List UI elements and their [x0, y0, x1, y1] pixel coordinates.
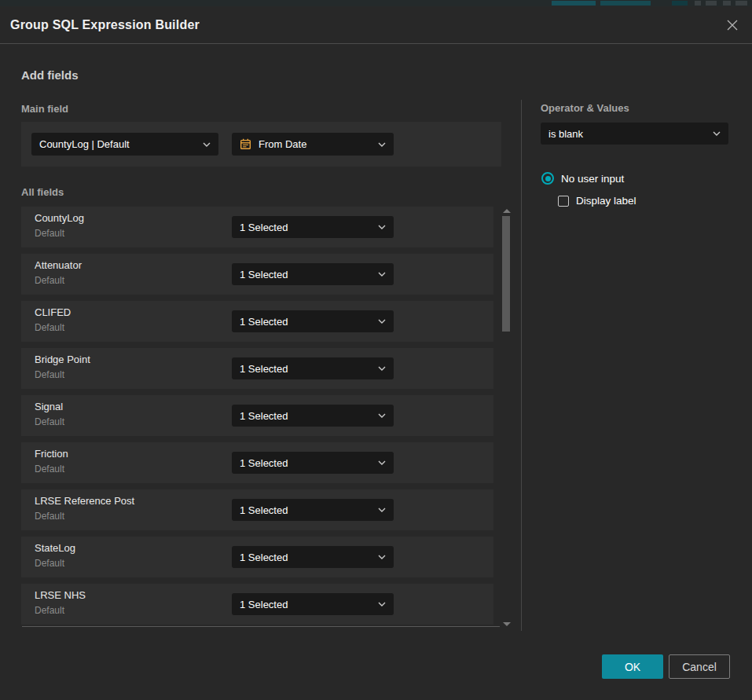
field-name: Attenuator: [35, 259, 82, 271]
no-user-input-radio[interactable]: No user input: [541, 172, 624, 185]
field-selected-dropdown[interactable]: 1 Selected: [232, 546, 394, 568]
no-user-input-label: No user input: [561, 173, 624, 185]
field-selected-value: 1 Selected: [240, 316, 372, 328]
checkbox-unchecked-icon: [558, 196, 569, 207]
field-sublabel: Default: [35, 369, 64, 380]
field-selected-value: 1 Selected: [240, 363, 372, 375]
field-name: CountyLog: [35, 212, 84, 224]
background-artifact: [735, 1, 747, 5]
dialog-title: Group SQL Expression Builder: [10, 6, 200, 44]
field-row[interactable]: Signal Default 1 Selected: [21, 395, 493, 436]
field-name: LRSE NHS: [35, 589, 86, 601]
field-name: Signal: [35, 401, 63, 412]
background-artifact: [600, 1, 651, 5]
field-row[interactable]: LRSE NHS Default 1 Selected: [21, 584, 493, 625]
field-name: LRSE Reference Post: [35, 495, 134, 507]
field-row[interactable]: LRSE Reference Post Default 1 Selected: [21, 489, 493, 530]
background-artifact: [552, 1, 596, 5]
field-sublabel: Default: [35, 275, 64, 286]
field-name: CLIFED: [35, 306, 71, 318]
chevron-down-icon: [378, 272, 386, 277]
field-sublabel: Default: [35, 464, 64, 475]
field-selected-dropdown[interactable]: 1 Selected: [232, 452, 394, 474]
field-row[interactable]: CLIFED Default 1 Selected: [21, 301, 493, 342]
field-selected-dropdown[interactable]: 1 Selected: [232, 499, 394, 521]
close-icon[interactable]: [723, 16, 742, 35]
operator-values-label: Operator & Values: [541, 102, 629, 114]
chevron-down-icon: [378, 225, 386, 229]
all-fields-list: CountyLog Default 1 Selected Attenuator …: [21, 207, 493, 626]
scroll-up-icon[interactable]: [503, 209, 511, 213]
field-row[interactable]: CountyLog Default 1 Selected: [21, 207, 493, 247]
cancel-button[interactable]: Cancel: [669, 654, 730, 679]
main-layer-select-value: CountyLog | Default: [39, 138, 196, 150]
chevron-down-icon: [378, 142, 386, 147]
chevron-down-icon: [378, 366, 386, 371]
background-artifact: [672, 1, 688, 5]
background-artifact: [723, 1, 731, 5]
background-artifact: [695, 1, 701, 5]
field-selected-dropdown[interactable]: 1 Selected: [232, 310, 394, 332]
field-selected-value: 1 Selected: [240, 552, 372, 563]
field-row[interactable]: Bridge Point Default 1 Selected: [21, 348, 493, 389]
clipped-row-edge: [22, 626, 500, 627]
screen: Group SQL Expression Builder Add fields …: [0, 0, 752, 700]
chevron-down-icon: [378, 319, 386, 324]
calendar-icon: [240, 138, 251, 150]
chevron-down-icon: [378, 508, 386, 512]
field-sublabel: Default: [35, 228, 64, 239]
field-sublabel: Default: [35, 416, 64, 427]
dialog-titlebar: Group SQL Expression Builder: [0, 6, 752, 44]
ok-button[interactable]: OK: [602, 654, 663, 679]
background-app-strip: [0, 0, 752, 6]
field-row[interactable]: StateLog Default 1 Selected: [21, 537, 493, 577]
field-selected-value: 1 Selected: [240, 410, 372, 422]
main-field-panel: CountyLog | Default From Date: [21, 122, 501, 167]
field-sublabel: Default: [35, 558, 64, 569]
add-fields-heading: Add fields: [21, 68, 79, 82]
group-sql-expression-builder-dialog: Group SQL Expression Builder Add fields …: [0, 6, 752, 700]
chevron-down-icon: [378, 602, 386, 607]
main-field-label: Main field: [21, 103, 68, 115]
main-date-field-select[interactable]: From Date: [232, 133, 394, 156]
operator-select-value: is blank: [548, 128, 706, 140]
field-selected-dropdown[interactable]: 1 Selected: [232, 357, 394, 379]
operator-select[interactable]: is blank: [541, 123, 728, 145]
field-selected-value: 1 Selected: [240, 599, 372, 610]
field-row[interactable]: Friction Default 1 Selected: [21, 442, 493, 483]
chevron-down-icon: [203, 142, 211, 147]
field-selected-value: 1 Selected: [240, 269, 372, 280]
display-label-checkbox[interactable]: Display label: [558, 195, 636, 207]
field-sublabel: Default: [35, 511, 64, 522]
main-date-field-select-value: From Date: [259, 138, 372, 150]
field-selected-value: 1 Selected: [240, 457, 372, 469]
field-name: StateLog: [35, 542, 75, 554]
chevron-down-icon: [378, 413, 386, 418]
field-selected-value: 1 Selected: [240, 504, 372, 516]
background-artifact: [706, 1, 717, 5]
chevron-down-icon: [713, 131, 721, 136]
all-fields-label: All fields: [21, 186, 64, 198]
scrollbar-thumb[interactable]: [502, 216, 510, 332]
panel-divider: [521, 100, 522, 631]
field-sublabel: Default: [35, 322, 64, 333]
chevron-down-icon: [378, 460, 386, 465]
field-selected-value: 1 Selected: [240, 222, 372, 233]
scroll-down-icon[interactable]: [503, 622, 511, 626]
field-selected-dropdown[interactable]: 1 Selected: [232, 405, 394, 427]
radio-selected-icon: [541, 172, 554, 185]
main-layer-select[interactable]: CountyLog | Default: [31, 133, 218, 156]
field-selected-dropdown[interactable]: 1 Selected: [232, 593, 394, 615]
field-selected-dropdown[interactable]: 1 Selected: [232, 263, 394, 285]
display-label-label: Display label: [576, 195, 636, 207]
field-sublabel: Default: [35, 605, 64, 616]
chevron-down-icon: [378, 555, 386, 559]
field-name: Bridge Point: [35, 354, 90, 365]
field-row[interactable]: Attenuator Default 1 Selected: [21, 254, 493, 295]
field-name: Friction: [35, 448, 68, 460]
field-selected-dropdown[interactable]: 1 Selected: [232, 216, 394, 238]
